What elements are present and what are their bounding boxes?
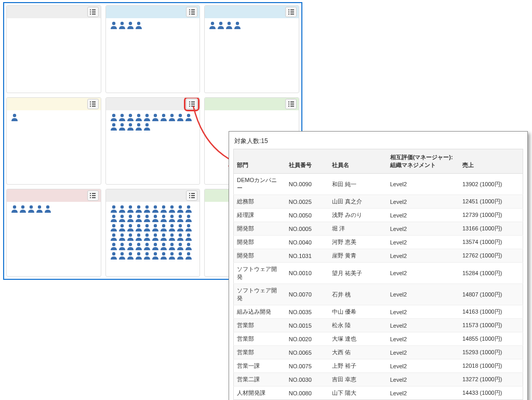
table-row[interactable]: 営業一課NO.0075上野 裕子Level212018 (1000円)	[234, 359, 523, 373]
table-row[interactable]: 組み込み開発NO.0035中山 優希Level214163 (1000円)	[234, 305, 523, 319]
table-row[interactable]: ソフトウェア開発NO.0070石井 桃Level214807 (1000円)	[234, 284, 523, 305]
table-cell: 山下 陽大	[329, 386, 387, 400]
cell-header	[106, 189, 200, 202]
person-icon	[143, 233, 151, 241]
cell-list-button[interactable]	[87, 7, 99, 17]
person-icon	[127, 205, 134, 213]
person-icon	[152, 233, 159, 241]
person-icon	[110, 113, 117, 122]
cell-body	[205, 18, 299, 93]
table-row[interactable]: 開発部NO.0005堀 洋Level213166 (1000円)	[234, 222, 523, 236]
table-cell: 14855 (1000円)	[459, 332, 523, 346]
table-cell: 人材開発課	[234, 386, 286, 400]
table-cell: 営業二課	[234, 373, 286, 386]
list-icon	[89, 101, 96, 107]
table-cell: 崖野 黄青	[329, 249, 387, 263]
person-icon	[118, 233, 126, 241]
table-row[interactable]: 人材開発課NO.0080山下 陽大Level214433 (1000円)	[234, 386, 523, 400]
table-header[interactable]: 売上	[459, 149, 523, 174]
person-icon	[185, 113, 192, 122]
person-icon	[118, 252, 126, 260]
table-cell: NO.0050	[286, 209, 329, 222]
table-cell: ソフトウェア開発	[234, 284, 286, 305]
person-icon	[177, 224, 184, 232]
table-cell: 14807 (1000円)	[459, 284, 523, 305]
cell-body	[7, 18, 101, 93]
person-icon	[110, 205, 117, 213]
table-cell: NO.0030	[286, 373, 329, 386]
cell-list-button[interactable]	[186, 7, 197, 17]
grid-cell	[6, 5, 101, 93]
table-cell: 営業一課	[234, 359, 286, 373]
person-icon	[135, 113, 142, 122]
cell-list-button[interactable]	[186, 190, 197, 201]
person-icon	[143, 252, 151, 260]
table-row[interactable]: 開発部NO.1031崖野 黄青Level212762 (1000円)	[234, 249, 523, 263]
table-cell: 15293 (1000円)	[459, 346, 523, 359]
cell-body	[106, 110, 200, 185]
person-icon	[110, 224, 117, 232]
person-icon	[168, 113, 176, 122]
person-icon	[143, 242, 151, 251]
table-header[interactable]: 相互評価(マネージャー): 組織マネジメント	[387, 149, 459, 174]
person-icon	[127, 113, 134, 122]
table-cell: Level2	[387, 346, 459, 359]
person-icon	[168, 224, 176, 232]
list-icon	[288, 101, 295, 107]
people-icons	[110, 21, 196, 30]
person-icon	[152, 214, 159, 223]
table-row[interactable]: 営業二課NO.0030吉田 幸恵Level213272 (1000円)	[234, 373, 523, 386]
table-cell: 総務部	[234, 195, 286, 209]
table-cell: 堀 洋	[329, 222, 387, 236]
cell-list-button[interactable]	[285, 7, 297, 17]
person-icon	[209, 21, 216, 30]
person-icon	[160, 252, 167, 260]
people-icons	[11, 205, 97, 213]
cell-list-button[interactable]	[186, 99, 197, 109]
cell-list-button[interactable]	[285, 99, 297, 109]
table-cell: 13902 (1000円)	[459, 174, 523, 195]
table-cell: 望月 祐美子	[329, 263, 387, 284]
table-row[interactable]: 営業部NO.0015松永 陸Level211573 (1000円)	[234, 319, 523, 332]
table-row[interactable]: 営業部NO.0020大塚 達也Level214855 (1000円)	[234, 332, 523, 346]
cell-body	[7, 110, 101, 185]
person-icon	[135, 214, 142, 223]
table-row[interactable]: 営業部NO.0065大西 佑Level215293 (1000円)	[234, 346, 523, 359]
table-cell: 浅野 みのり	[329, 209, 387, 222]
person-icon	[118, 224, 126, 232]
table-header[interactable]: 社員番号	[286, 149, 329, 174]
person-icon	[160, 242, 167, 251]
table-row[interactable]: 総務部NO.0025山田 真之介Level212451 (1000円)	[234, 195, 523, 209]
table-header[interactable]: 部門	[234, 149, 286, 174]
person-icon	[118, 214, 126, 223]
table-cell: NO.0040	[286, 236, 329, 249]
table-row[interactable]: 経理課NO.0050浅野 みのりLevel212739 (1000円)	[234, 209, 523, 222]
table-row[interactable]: 開発部NO.0040河野 恵美Level213574 (1000円)	[234, 236, 523, 249]
cell-header	[205, 6, 299, 18]
table-header[interactable]: 社員名	[329, 149, 387, 174]
list-icon	[189, 192, 195, 199]
table-row[interactable]: ソフトウェア開発NO.0010望月 祐美子Level215284 (1000円)	[234, 263, 523, 284]
person-icon	[168, 233, 176, 241]
table-cell: Level2	[387, 284, 459, 305]
table-cell: NO.0015	[286, 319, 329, 332]
person-icon	[110, 214, 117, 223]
table-row[interactable]: DEMOカンパニーNO.0090和田 純一Level213902 (1000円)	[234, 174, 523, 195]
cell-body	[106, 202, 200, 276]
list-icon	[189, 9, 195, 15]
cell-list-button[interactable]	[87, 99, 99, 109]
list-icon	[89, 192, 96, 199]
table-cell: 山田 真之介	[329, 195, 387, 209]
person-icon	[177, 242, 184, 251]
people-icons	[110, 113, 196, 131]
table-cell: Level2	[387, 249, 459, 263]
list-icon	[288, 9, 295, 15]
table-cell: 開発部	[234, 222, 286, 236]
table-cell: 組み込み開発	[234, 305, 286, 319]
table-cell: NO.0080	[286, 386, 329, 400]
grid-cell	[204, 5, 299, 93]
table-cell: Level2	[387, 373, 459, 386]
person-icon	[127, 214, 134, 223]
table-cell: NO.0020	[286, 332, 329, 346]
cell-list-button[interactable]	[87, 190, 99, 201]
